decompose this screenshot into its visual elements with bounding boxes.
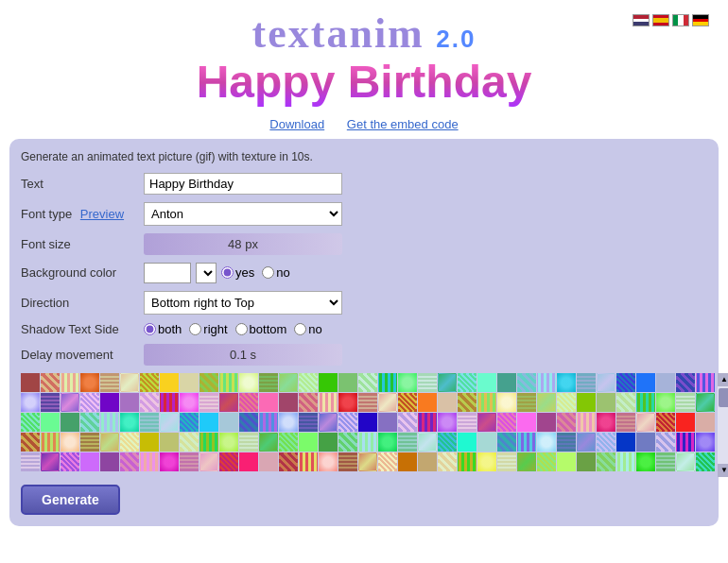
- texture-cell[interactable]: [438, 452, 457, 471]
- texture-cell[interactable]: [140, 373, 159, 392]
- texture-cell[interactable]: [299, 373, 318, 392]
- texture-cell[interactable]: [41, 433, 60, 452]
- texture-cell[interactable]: [199, 373, 218, 392]
- texture-cell[interactable]: [418, 413, 437, 432]
- color-box[interactable]: [144, 263, 191, 283]
- texture-cell[interactable]: [477, 413, 496, 432]
- texture-cell[interactable]: [140, 433, 159, 452]
- texture-cell[interactable]: [259, 452, 278, 471]
- texture-cell[interactable]: [358, 452, 377, 471]
- texture-cell[interactable]: [140, 452, 159, 471]
- texture-cell[interactable]: [557, 373, 576, 392]
- texture-cell[interactable]: [656, 413, 675, 432]
- texture-cell[interactable]: [180, 452, 199, 471]
- shadow-no-radio[interactable]: [294, 323, 306, 335]
- texture-cell[interactable]: [418, 452, 437, 471]
- texture-cell[interactable]: [338, 452, 357, 471]
- texture-cell[interactable]: [120, 452, 139, 471]
- texture-cell[interactable]: [477, 433, 496, 452]
- language-flags[interactable]: [633, 14, 709, 26]
- texture-cell[interactable]: [259, 373, 278, 392]
- texture-cell[interactable]: [616, 393, 635, 412]
- texture-cell[interactable]: [100, 413, 119, 432]
- texture-cell[interactable]: [259, 433, 278, 452]
- texture-cell[interactable]: [239, 433, 258, 452]
- texture-cell[interactable]: [438, 413, 457, 432]
- texture-cell[interactable]: [458, 373, 477, 392]
- texture-cell[interactable]: [199, 433, 218, 452]
- texture-cell[interactable]: [100, 393, 119, 412]
- texture-cell[interactable]: [21, 433, 40, 452]
- texture-cell[interactable]: [259, 393, 278, 412]
- texture-cell[interactable]: [656, 452, 675, 471]
- texture-cell[interactable]: [259, 413, 278, 432]
- direction-select[interactable]: Bottom right to Top Left to Right Right …: [144, 291, 342, 315]
- texture-cell[interactable]: [577, 393, 596, 412]
- texture-cell[interactable]: [61, 452, 79, 471]
- texture-cell[interactable]: [299, 433, 318, 452]
- texture-cell[interactable]: [676, 373, 695, 392]
- texture-cell[interactable]: [160, 452, 179, 471]
- texture-cell[interactable]: [120, 413, 139, 432]
- texture-cell[interactable]: [676, 452, 695, 471]
- texture-cell[interactable]: [180, 393, 199, 412]
- texture-cell[interactable]: [61, 433, 79, 452]
- bg-no-radio[interactable]: [262, 266, 274, 279]
- texture-cell[interactable]: [557, 413, 576, 432]
- texture-cell[interactable]: [537, 393, 556, 412]
- download-link[interactable]: Download: [269, 117, 324, 131]
- texture-cell[interactable]: [378, 452, 397, 471]
- texture-cell[interactable]: [398, 393, 417, 412]
- texture-cell[interactable]: [239, 452, 258, 471]
- bg-yes-label[interactable]: yes: [221, 265, 254, 280]
- texture-cell[interactable]: [616, 433, 635, 452]
- texture-cell[interactable]: [577, 413, 596, 432]
- texture-cell[interactable]: [398, 452, 417, 471]
- texture-cell[interactable]: [100, 373, 119, 392]
- shadow-right-radio[interactable]: [189, 323, 201, 335]
- texture-cell[interactable]: [517, 433, 536, 452]
- shadow-bottom-label[interactable]: bottom: [235, 322, 287, 336]
- scroll-down-button[interactable]: ▼: [718, 464, 728, 477]
- texture-cell[interactable]: [338, 373, 357, 392]
- texture-cell[interactable]: [279, 433, 298, 452]
- texture-cell[interactable]: [319, 373, 338, 392]
- font-select[interactable]: Anton Arial Times New Roman Comic Sans M…: [144, 202, 342, 226]
- flag-de[interactable]: [692, 14, 709, 26]
- texture-cell[interactable]: [199, 452, 218, 471]
- texture-cell[interactable]: [696, 373, 715, 392]
- texture-cell[interactable]: [398, 433, 417, 452]
- bg-no-label[interactable]: no: [262, 265, 289, 280]
- generate-button[interactable]: Generate: [21, 485, 120, 515]
- texture-cell[interactable]: [21, 373, 40, 392]
- texture-cell[interactable]: [477, 452, 496, 471]
- texture-cell[interactable]: [319, 393, 338, 412]
- texture-cell[interactable]: [458, 393, 477, 412]
- shadow-both-label[interactable]: both: [144, 322, 182, 336]
- texture-cell[interactable]: [219, 452, 238, 471]
- texture-cell[interactable]: [497, 433, 516, 452]
- texture-cell[interactable]: [239, 373, 258, 392]
- scroll-thumb[interactable]: [719, 388, 728, 407]
- texture-cell[interactable]: [418, 393, 437, 412]
- texture-cell[interactable]: [120, 373, 139, 392]
- texture-cell[interactable]: [517, 452, 536, 471]
- texture-cell[interactable]: [458, 433, 477, 452]
- texture-cell[interactable]: [616, 373, 635, 392]
- texture-cell[interactable]: [418, 373, 437, 392]
- texture-cell[interactable]: [279, 373, 298, 392]
- scroll-up-button[interactable]: ▲: [718, 373, 728, 386]
- texture-cell[interactable]: [398, 373, 417, 392]
- texture-cell[interactable]: [299, 393, 318, 412]
- texture-cell[interactable]: [616, 413, 635, 432]
- texture-cell[interactable]: [140, 393, 159, 412]
- texture-cell[interactable]: [676, 433, 695, 452]
- texture-cell[interactable]: [219, 413, 238, 432]
- texture-cell[interactable]: [80, 433, 99, 452]
- texture-cell[interactable]: [537, 413, 556, 432]
- texture-cell[interactable]: [656, 433, 675, 452]
- font-preview-link[interactable]: Preview: [80, 207, 124, 221]
- texture-cell[interactable]: [477, 373, 496, 392]
- texture-cell[interactable]: [497, 413, 516, 432]
- texture-cell[interactable]: [636, 413, 655, 432]
